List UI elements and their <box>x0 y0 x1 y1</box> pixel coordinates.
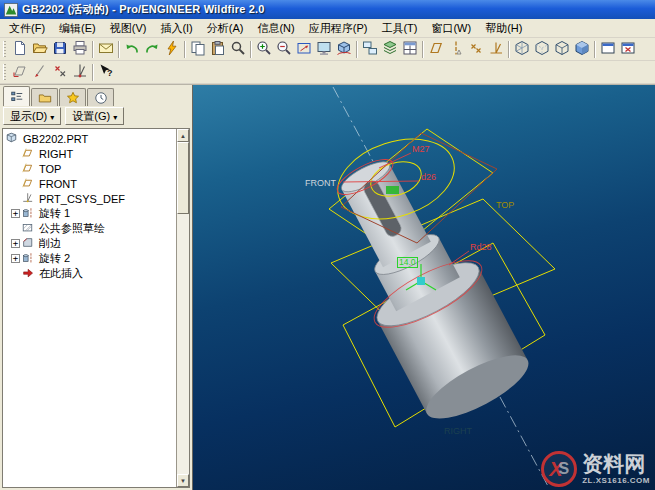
tree-item-revolve-1[interactable]: +旋转 1 <box>3 206 176 221</box>
datum-points-toggle-button[interactable] <box>466 39 486 59</box>
close-window-button[interactable] <box>618 39 638 59</box>
toolbar-separator <box>92 64 94 81</box>
watermark-logo-s: S <box>558 461 569 477</box>
open-file-button[interactable] <box>30 39 50 59</box>
zoom-in-button[interactable] <box>254 39 274 59</box>
shaded-button[interactable] <box>572 39 592 59</box>
menu-view[interactable]: 视图(V) <box>103 19 154 38</box>
expand-toggle-icon[interactable]: + <box>11 209 20 218</box>
datum-csys-tool-button[interactable] <box>70 62 90 82</box>
tree-settings-button[interactable]: 设置(G) <box>65 107 124 125</box>
tab-favorites[interactable] <box>59 88 86 106</box>
tab-history[interactable] <box>87 88 114 106</box>
reorient-button[interactable] <box>334 39 354 59</box>
datum-csys-tool-icon <box>72 63 88 81</box>
3d-viewport[interactable]: FRONTTOPRIGHTM27d26Rd2814.0 XS 资料网 ZL.XS… <box>192 85 655 490</box>
label-dim-width[interactable]: 14.0 <box>397 257 418 268</box>
tree-item-front-plane[interactable]: FRONT <box>3 176 176 191</box>
refit-icon <box>296 40 312 58</box>
tree-show-button[interactable]: 显示(D) <box>3 107 61 125</box>
watermark-text: 资料网 ZL.XS1616.COM <box>582 453 650 485</box>
tree-scrollbar[interactable] <box>176 129 189 487</box>
tree-item-root[interactable]: GB2202.PRT <box>3 131 176 146</box>
save-button[interactable] <box>50 39 70 59</box>
datum-plane-icon <box>22 177 36 191</box>
menu-window[interactable]: 窗口(W) <box>424 19 478 38</box>
new-file-button[interactable] <box>10 39 30 59</box>
tree-item-csys[interactable]: PRT_CSYS_DEF <box>3 191 176 206</box>
menu-analysis[interactable]: 分析(A) <box>200 19 251 38</box>
view-manager-button[interactable] <box>400 39 420 59</box>
datum-plane-display-icon <box>428 40 444 58</box>
paste-icon <box>210 40 226 58</box>
saved-views-button[interactable] <box>360 39 380 59</box>
menu-tools[interactable]: 工具(T) <box>374 19 424 38</box>
title-bar[interactable]: GB2202 (活动的) - Pro/ENGINEER Wildfire 2.0 <box>0 0 655 19</box>
menu-insert[interactable]: 插入(I) <box>153 19 199 38</box>
context-help-button[interactable]: ? <box>96 62 116 82</box>
refit-button[interactable] <box>294 39 314 59</box>
csys-toggle-button[interactable] <box>486 39 506 59</box>
find-button[interactable] <box>228 39 248 59</box>
datum-axis-display-icon <box>448 40 464 58</box>
tree-item-chamfer[interactable]: +削边 <box>3 236 176 251</box>
redo-button[interactable] <box>142 39 162 59</box>
toolbar-separator <box>250 41 252 58</box>
expand-toggle-icon[interactable]: + <box>11 239 20 248</box>
scrollbar-track[interactable] <box>177 142 189 474</box>
repaint-button[interactable] <box>314 39 334 59</box>
label-top-datum[interactable]: TOP <box>496 201 514 210</box>
wireframe-button[interactable] <box>512 39 532 59</box>
datum-axes-toggle-button[interactable] <box>446 39 466 59</box>
paste-button[interactable] <box>208 39 228 59</box>
datum-point-tool-button[interactable] <box>50 62 70 82</box>
print-button[interactable] <box>70 39 90 59</box>
menu-bar: 文件(F)编辑(E)视图(V)插入(I)分析(A)信息(N)应用程序(P)工具(… <box>0 19 655 38</box>
menu-edit[interactable]: 编辑(E) <box>52 19 103 38</box>
copy-button[interactable] <box>188 39 208 59</box>
datum-axis-tool-icon <box>32 63 48 81</box>
save-icon <box>52 40 68 58</box>
toolbar-grip[interactable] <box>3 41 6 57</box>
label-dim-d26[interactable]: d26 <box>421 173 436 182</box>
menu-help[interactable]: 帮助(H) <box>478 19 529 38</box>
tab-model-tree[interactable] <box>3 86 30 106</box>
expand-toggle-icon[interactable]: + <box>11 254 20 263</box>
label-front-datum[interactable]: FRONT <box>305 179 336 188</box>
layers-button[interactable] <box>380 39 400 59</box>
menu-file[interactable]: 文件(F) <box>2 19 52 38</box>
redo-icon <box>144 40 160 58</box>
new-window-button[interactable] <box>598 39 618 59</box>
zoom-out-button[interactable] <box>274 39 294 59</box>
tree-item-top-plane[interactable]: TOP <box>3 161 176 176</box>
datum-axis-tool-button[interactable] <box>30 62 50 82</box>
toolbar-grip[interactable] <box>3 64 6 80</box>
scroll-down-button[interactable] <box>177 474 189 487</box>
view-manager-icon <box>402 40 418 58</box>
svg-text:?: ? <box>107 68 113 78</box>
menu-applications[interactable]: 应用程序(P) <box>302 19 375 38</box>
label-right-datum[interactable]: RIGHT <box>444 427 472 436</box>
hidden-line-button[interactable] <box>532 39 552 59</box>
sketch-icon <box>22 222 36 236</box>
tab-folder-browser[interactable] <box>31 88 58 106</box>
label-dim-m27[interactable]: M27 <box>412 145 430 154</box>
regenerate-button[interactable] <box>162 39 182 59</box>
open-icon <box>32 40 48 58</box>
scrollbar-thumb[interactable] <box>177 142 189 214</box>
close-window-icon <box>620 40 636 58</box>
tree-item-shared-ref-sketch[interactable]: 公共参照草绘 <box>3 221 176 236</box>
secondary-toolbar: ? <box>0 61 655 84</box>
menu-info[interactable]: 信息(N) <box>250 19 301 38</box>
send-mail-button[interactable] <box>96 39 116 59</box>
datum-plane-tool-button[interactable] <box>10 62 30 82</box>
datum-planes-toggle-button[interactable] <box>426 39 446 59</box>
undo-button[interactable] <box>122 39 142 59</box>
tree-item-right-plane[interactable]: RIGHT <box>3 146 176 161</box>
saved-views-icon <box>362 40 378 58</box>
tree-item-insert-here[interactable]: 在此插入 <box>3 266 176 281</box>
tree-item-revolve-2[interactable]: +旋转 2 <box>3 251 176 266</box>
label-dim-rd28[interactable]: Rd28 <box>470 243 492 252</box>
no-hidden-button[interactable] <box>552 39 572 59</box>
scroll-up-button[interactable] <box>177 129 189 142</box>
